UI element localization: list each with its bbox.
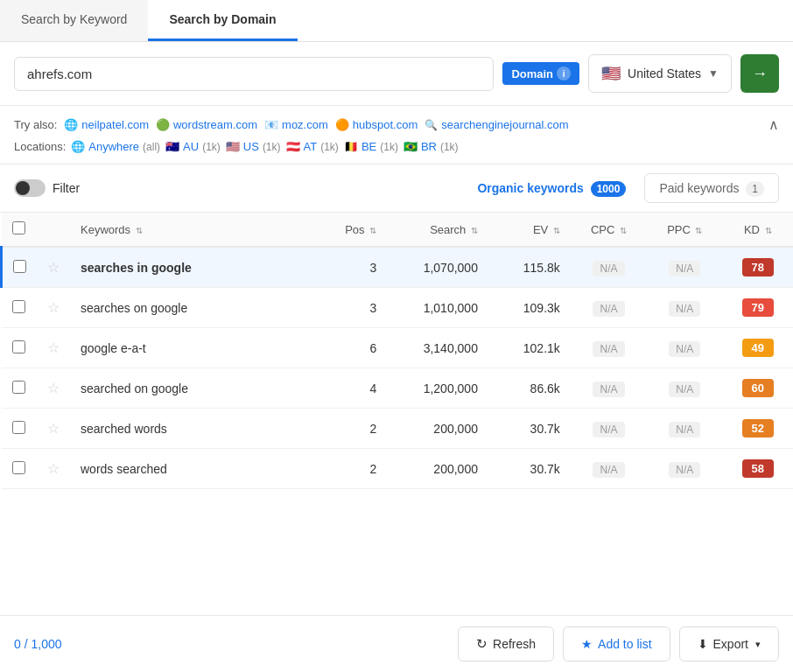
star-icon-4[interactable]: ☆: [47, 421, 60, 436]
tab-paid-keywords[interactable]: Paid keywords 1: [644, 173, 779, 203]
tab-organic-keywords[interactable]: Organic keywords 1000: [462, 173, 641, 203]
location-au-count: (1k): [202, 141, 221, 153]
add-to-list-button[interactable]: ★ Add to list: [563, 626, 670, 662]
cpc-cell-2: N/A: [571, 328, 647, 368]
pos-column-header[interactable]: Pos ⇅: [305, 213, 387, 247]
cpc-cell-4: N/A: [571, 409, 647, 449]
star-icon-1[interactable]: ☆: [47, 300, 60, 315]
search-column-label: Search: [430, 223, 466, 236]
location-at[interactable]: 🇦🇹 AT (1k): [286, 140, 339, 153]
ev-value-1: 109.3k: [523, 301, 560, 315]
table-row: ☆ searches on google 3 1,010,000 109.3k …: [2, 288, 794, 328]
select-all-checkbox[interactable]: [12, 221, 25, 234]
row-checkbox-cell-3[interactable]: [2, 368, 38, 409]
collapse-icon[interactable]: ∧: [768, 116, 779, 133]
location-anywhere[interactable]: 🌐 Anywhere (all): [71, 140, 160, 153]
row-checkbox-4[interactable]: [12, 421, 25, 434]
location-br-name: BR: [421, 140, 437, 153]
ev-value-5: 30.7k: [530, 462, 560, 476]
row-checkbox-cell-4[interactable]: [2, 409, 38, 449]
row-star-cell-2[interactable]: ☆: [37, 328, 70, 368]
domain-input[interactable]: [14, 57, 494, 91]
ppc-value-3: N/A: [669, 382, 700, 397]
keywords-column-header[interactable]: Keywords ⇅: [70, 213, 305, 247]
tab-search-by-domain[interactable]: Search by Domain: [148, 0, 297, 41]
ppc-value-1: N/A: [669, 301, 700, 317]
search-cell-2: 3,140,000: [387, 328, 488, 368]
star-icon-3[interactable]: ☆: [47, 381, 60, 396]
star-icon-0[interactable]: ☆: [47, 260, 60, 275]
export-label: Export: [713, 637, 748, 651]
flag-au-icon: 🇦🇺: [165, 140, 179, 153]
row-star-cell-0[interactable]: ☆: [37, 247, 70, 288]
suggestion-hubspot[interactable]: 🟠 hubspot.com: [335, 118, 418, 131]
location-au[interactable]: 🇦🇺 AU (1k): [165, 140, 221, 153]
location-us-name: US: [243, 140, 259, 153]
row-checkbox-2[interactable]: [12, 340, 25, 354]
keyword-type-tabs: Organic keywords 1000 Paid keywords 1: [462, 173, 779, 203]
row-checkbox-cell-5[interactable]: [2, 449, 38, 489]
suggestion-wordstream[interactable]: 🟢 wordstream.com: [156, 118, 257, 131]
suggestion-sej[interactable]: 🔍 searchenginejournal.com: [425, 118, 568, 131]
keywords-table: Keywords ⇅ Pos ⇅ Search ⇅ EV ⇅: [0, 213, 793, 489]
keyword-text-0: searches in google: [81, 261, 192, 275]
suggestion-moz[interactable]: 📧 moz.com: [264, 118, 328, 131]
kd-column-header[interactable]: KD ⇅: [722, 213, 793, 247]
row-checkbox-cell-2[interactable]: [2, 328, 38, 368]
export-button[interactable]: ⬇ Export ▾: [679, 626, 779, 662]
keyword-cell-0: searches in google: [70, 247, 305, 288]
domain-badge[interactable]: Domain i: [502, 62, 579, 85]
row-checkbox-3[interactable]: [12, 381, 25, 394]
locations-label: Locations:: [14, 140, 66, 153]
location-anywhere-count: (all): [143, 141, 160, 153]
search-value-1: 1,010,000: [424, 301, 478, 315]
row-checkbox-cell-0[interactable]: [2, 247, 38, 288]
cpc-column-header[interactable]: CPC ⇅: [571, 213, 647, 247]
row-star-cell-4[interactable]: ☆: [37, 409, 70, 449]
cpc-cell-5: N/A: [571, 449, 647, 489]
table-row: ☆ searches in google 3 1,070,000 115.8k …: [2, 247, 794, 288]
moz-icon: 📧: [264, 118, 278, 131]
ppc-column-header[interactable]: PPC ⇅: [647, 213, 722, 247]
try-also-label: Try also:: [14, 118, 57, 131]
search-cell-0: 1,070,000: [387, 247, 488, 288]
keyword-text-5: words searched: [81, 462, 167, 476]
ppc-cell-2: N/A: [647, 328, 722, 368]
select-all-header[interactable]: [2, 213, 38, 247]
tab-search-by-keyword[interactable]: Search by Keyword: [0, 0, 148, 41]
location-be[interactable]: 🇧🇪 BE (1k): [344, 140, 398, 153]
country-selector[interactable]: 🇺🇸 United States ▼: [588, 54, 732, 93]
search-bar: Domain i 🇺🇸 United States ▼ →: [0, 42, 793, 106]
location-us[interactable]: 🇺🇸 US (1k): [226, 140, 281, 153]
sort-icon-search: ⇅: [471, 226, 478, 235]
location-us-count: (1k): [263, 141, 281, 153]
search-cell-3: 1,200,000: [387, 368, 488, 409]
filter-toggle[interactable]: Filter: [14, 179, 80, 197]
refresh-button[interactable]: ↻ Refresh: [458, 626, 554, 662]
pos-value-3: 4: [369, 382, 376, 396]
star-icon-2[interactable]: ☆: [47, 340, 60, 355]
try-also-row: Try also: 🌐 neilpatel.com 🟢 wordstream.c…: [14, 116, 779, 133]
row-checkbox-5[interactable]: [12, 461, 25, 474]
location-br[interactable]: 🇧🇷 BR (1k): [404, 140, 459, 153]
row-star-cell-3[interactable]: ☆: [37, 368, 70, 409]
star-icon-5[interactable]: ☆: [47, 461, 60, 476]
row-checkbox-0[interactable]: [13, 260, 26, 273]
go-button[interactable]: →: [740, 54, 779, 93]
kd-value-4: 52: [742, 419, 774, 438]
suggestion-neilpatel[interactable]: 🌐 neilpatel.com: [64, 118, 149, 131]
row-star-cell-5[interactable]: ☆: [37, 449, 70, 489]
organic-keywords-count: 1000: [591, 181, 627, 197]
pos-value-1: 3: [369, 301, 376, 315]
bottom-actions: ↻ Refresh ★ Add to list ⬇ Export ▾: [458, 626, 779, 662]
search-column-header[interactable]: Search ⇅: [387, 213, 488, 247]
ev-column-label: EV: [533, 223, 548, 236]
row-checkbox-1[interactable]: [12, 300, 25, 313]
ev-column-header[interactable]: EV ⇅: [488, 213, 571, 247]
keywords-column-label: Keywords: [81, 223, 130, 236]
row-checkbox-cell-1[interactable]: [2, 288, 38, 328]
pos-cell-4: 2: [305, 409, 387, 449]
table-row: ☆ searched on google 4 1,200,000 86.6k N…: [2, 368, 794, 409]
toggle-switch[interactable]: [14, 179, 46, 197]
row-star-cell-1[interactable]: ☆: [37, 288, 70, 328]
